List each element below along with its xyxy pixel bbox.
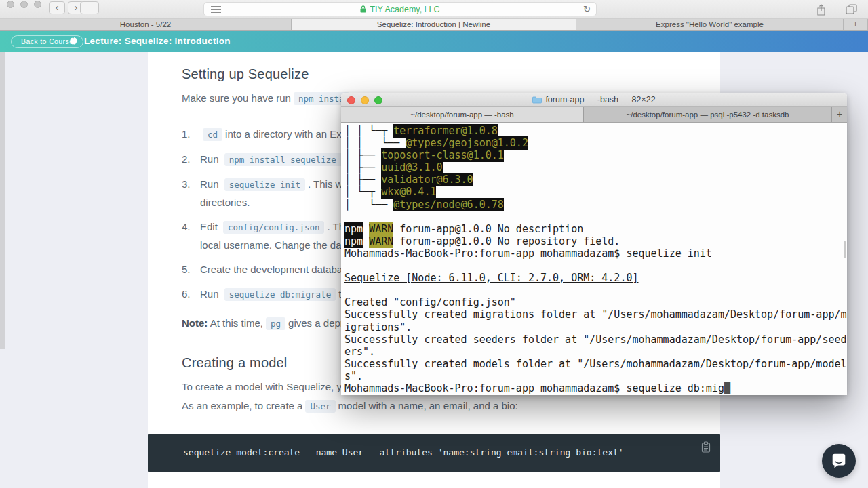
terminal-line: npm WARN forum-app@1.0.0 No description bbox=[344, 223, 847, 235]
terminal-line: ers". bbox=[344, 346, 847, 358]
lock-icon bbox=[360, 5, 366, 15]
list-item-text: Create the development databas bbox=[200, 263, 348, 277]
list-item-text: cdinto a directory with an Exp bbox=[200, 127, 347, 142]
inline-code: config/config.json bbox=[223, 221, 324, 234]
chat-bubble-icon bbox=[830, 452, 848, 470]
terminal-line: │ ├── validator@6.3.0 bbox=[344, 174, 847, 186]
terminal-line: Mohammads-MacBook-Pro:forum-app mohammad… bbox=[344, 382, 847, 394]
section-heading-model: Creating a model bbox=[182, 355, 288, 371]
chat-launcher-button[interactable] bbox=[822, 444, 856, 478]
list-item-text: Edit config/config.json. Thelocal userna… bbox=[200, 220, 350, 252]
terminal-tab-2[interactable]: ~/desktop/forum-app — psql -p5432 -d tas… bbox=[584, 107, 832, 122]
list-number: 4. bbox=[182, 220, 200, 252]
browser-tab-bar: Houston - 5/22Sequelize: Introduction | … bbox=[0, 19, 868, 30]
new-tab-button[interactable]: + bbox=[844, 19, 868, 30]
inline-code: sequelize db:migrate bbox=[224, 288, 336, 301]
terminal-line: Successfully created models folder at "/… bbox=[344, 358, 847, 370]
lecture-title: Lecture: Sequelize: Introduction bbox=[84, 36, 231, 46]
note-paragraph: Note: At this time,pggives a depr bbox=[182, 317, 344, 329]
address-bar[interactable]: TIY Academy, LLC ↻ bbox=[203, 2, 597, 16]
browser-toolbar: ‹ › TIY Academy, LLC ↻ bbox=[0, 0, 868, 19]
list-number: 1. bbox=[182, 127, 200, 142]
copy-icon[interactable] bbox=[701, 441, 711, 455]
inline-code: pg bbox=[266, 317, 285, 330]
window-minimize-button[interactable] bbox=[20, 1, 28, 8]
terminal-output[interactable]: │ │ └─┬ terraformer@1.0.8│ │ └── @types/… bbox=[341, 123, 847, 395]
share-icon[interactable] bbox=[816, 4, 827, 18]
inline-code: npm install sequelize p bbox=[224, 153, 351, 166]
intro-paragraph: Make sure you have runnpm insta bbox=[182, 92, 352, 104]
terminal-window[interactable]: forum-app — -bash — 82×22 ~/desktop/foru… bbox=[341, 93, 847, 395]
terminal-line: │ ├── uuid@3.1.0 bbox=[344, 161, 847, 174]
browser-tab-3[interactable]: Express "Hello World" example bbox=[576, 19, 844, 30]
inline-code: sequelize init bbox=[224, 178, 305, 191]
browser-tab-1[interactable]: Houston - 5/22 bbox=[0, 19, 292, 30]
tabs-overview-icon[interactable] bbox=[846, 4, 857, 18]
window-zoom-button[interactable] bbox=[34, 1, 41, 8]
model-create-command: sequelize model:create --name User --att… bbox=[183, 447, 624, 458]
list-item-text: Run npm install sequelize p bbox=[200, 152, 354, 167]
sidebar-icon[interactable] bbox=[80, 1, 99, 14]
list-number: 3. bbox=[182, 178, 200, 209]
terminal-line bbox=[344, 260, 847, 272]
list-item-text: Run sequelize init. This willdirectories… bbox=[200, 178, 349, 209]
terminal-line: │ │ └── @types/geojson@1.0.2 bbox=[344, 137, 847, 149]
left-scroll-strip[interactable] bbox=[0, 52, 5, 349]
list-item-text: Run sequelize db:migrateto bbox=[200, 287, 347, 302]
site-name: TIY Academy, LLC bbox=[204, 5, 596, 15]
list-number: 2. bbox=[182, 152, 200, 167]
terminal-line: │ └── @types/node@6.0.78 bbox=[344, 199, 847, 211]
list-number: 5. bbox=[182, 263, 200, 277]
list-number: 6. bbox=[182, 287, 200, 302]
model-paragraph-1: To create a model with Sequelize, y bbox=[182, 381, 342, 392]
terminal-tab-bar: ~/desktop/forum-app — -bash~/desktop/for… bbox=[341, 107, 847, 123]
browser-tab-2[interactable]: Sequelize: Introduction | Newline bbox=[292, 19, 576, 30]
inline-code: User bbox=[305, 400, 335, 413]
terminal-line: Successfully created seeders folder at "… bbox=[344, 333, 847, 346]
reload-icon[interactable]: ↻ bbox=[583, 4, 591, 14]
terminal-titlebar[interactable]: forum-app — -bash — 82×22 bbox=[341, 93, 847, 107]
terminal-new-tab-button[interactable]: + bbox=[832, 107, 847, 122]
command-code-block: sequelize model:create --name User --att… bbox=[148, 434, 720, 472]
terminal-line: s". bbox=[344, 370, 847, 382]
terminal-line: Sequelize [Node: 6.11.0, CLI: 2.7.0, ORM… bbox=[344, 272, 847, 284]
terminal-line: Mohammads-MacBook-Pro:forum-app mohammad… bbox=[344, 247, 847, 260]
folder-icon bbox=[532, 96, 542, 106]
window-close-button[interactable] bbox=[7, 1, 14, 8]
terminal-line: │ │ └─┬ terraformer@1.0.8 bbox=[344, 125, 847, 137]
terminal-line: │ ├── toposort-class@1.0.1 bbox=[344, 149, 847, 161]
terminal-scrollbar[interactable] bbox=[844, 241, 846, 258]
terminal-line: Successfully created migrations folder a… bbox=[344, 308, 847, 321]
terminal-line bbox=[344, 284, 847, 296]
model-paragraph-2: As an example, to create aUsermodel with… bbox=[182, 400, 518, 411]
back-button[interactable]: ‹ bbox=[49, 1, 65, 14]
course-banner: Back to Course Lecture: Sequelize: Intro… bbox=[0, 30, 868, 52]
terminal-line bbox=[344, 211, 847, 223]
terminal-tab-1[interactable]: ~/desktop/forum-app — -bash bbox=[341, 107, 584, 122]
inline-code: cd bbox=[203, 128, 222, 141]
terminal-line: │ └─┬ wkx@0.4.1 bbox=[344, 186, 847, 198]
terminal-line: npm WARN forum-app@1.0.0 No repository f… bbox=[344, 235, 847, 247]
section-heading-setup: Setting up Sequelize bbox=[182, 66, 309, 82]
terminal-title: forum-app — -bash — 82×22 bbox=[341, 95, 847, 106]
terminal-line: igrations". bbox=[344, 321, 847, 333]
terminal-line: Created "config/config.json" bbox=[344, 296, 847, 308]
apple-icon bbox=[69, 36, 78, 48]
